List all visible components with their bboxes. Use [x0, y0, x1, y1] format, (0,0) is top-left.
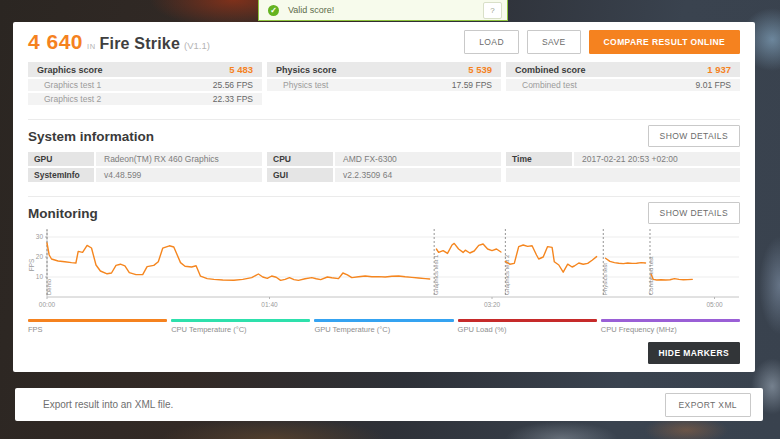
hide-markers-button[interactable]: HIDE MARKERS: [648, 342, 740, 364]
system-info-grid: GPU Radeon(TM) RX 460 Graphics SystemInf…: [28, 152, 740, 182]
monitoring-show-details-button[interactable]: SHOW DETAILS: [648, 202, 740, 224]
export-xml-button[interactable]: EXPORT XML: [665, 393, 751, 417]
score-test-row: Graphics test 1 25.56 FPS: [28, 79, 262, 91]
score-test-row: Physics test 17.59 FPS: [267, 79, 501, 91]
score-test-row: Graphics test 2 22.33 FPS: [28, 93, 262, 105]
help-button[interactable]: ?: [483, 2, 502, 19]
info-row-gui: GUI v2.2.3509 64: [267, 168, 501, 182]
svg-text:20: 20: [36, 253, 44, 260]
svg-text:05:00: 05:00: [706, 301, 723, 308]
score-value: 5 483: [229, 64, 253, 75]
legend-item-fps: FPS: [28, 319, 167, 334]
svg-text:Graphics test 1: Graphics test 1: [433, 254, 439, 295]
page-title: 4 640 IN Fire Strike (V1.1): [28, 30, 210, 54]
legend-item-cpu-frequency: CPU Frequency (MHz): [601, 319, 740, 334]
benchmark-version: (V1.1): [184, 40, 210, 51]
scores-row: Graphics score 5 483 Graphics test 1 25.…: [28, 62, 740, 105]
total-score: 4 640: [28, 30, 83, 54]
score-label: Graphics score: [37, 65, 103, 75]
section-title: System information: [28, 129, 154, 144]
system-information-header: System information SHOW DETAILS: [28, 120, 740, 152]
graphics-score-panel: Graphics score 5 483 Graphics test 1 25.…: [28, 62, 262, 105]
notification-text: Valid score!: [288, 5, 483, 15]
svg-text:01:40: 01:40: [261, 301, 278, 308]
chart-legend: FPS CPU Temperature (°C) GPU Temperature…: [28, 319, 740, 334]
svg-text:03:20: 03:20: [484, 301, 501, 308]
load-button[interactable]: LOAD: [464, 30, 519, 54]
svg-text:Demo: Demo: [46, 278, 52, 295]
legend-swatch: [458, 319, 597, 322]
export-bar: Export result into an XML file. EXPORT X…: [15, 388, 763, 421]
system-info-show-details-button[interactable]: SHOW DETAILS: [648, 125, 740, 147]
legend-swatch: [28, 319, 167, 322]
svg-text:FPS: FPS: [28, 258, 35, 271]
result-header: 4 640 IN Fire Strike (V1.1) LOAD SAVE CO…: [28, 22, 740, 62]
info-row-gpu: GPU Radeon(TM) RX 460 Graphics: [28, 152, 262, 166]
valid-score-notification: ✓ Valid score! ?: [258, 0, 508, 21]
monitoring-chart: 102030FPS00:0001:4003:2005:00DemoGraphic…: [28, 229, 740, 313]
monitoring-header: Monitoring SHOW DETAILS: [28, 197, 740, 229]
svg-text:30: 30: [36, 233, 44, 240]
svg-text:Physics test: Physics test: [602, 263, 608, 295]
svg-text:00:00: 00:00: [39, 301, 56, 308]
save-button[interactable]: SAVE: [527, 30, 581, 54]
section-title: Monitoring: [28, 206, 98, 221]
legend-item-gpu-temperature: GPU Temperature (°C): [314, 319, 453, 334]
info-row-cpu: CPU AMD FX-6300: [267, 152, 501, 166]
svg-text:Graphics test 2: Graphics test 2: [504, 254, 510, 295]
info-row-systeminfo: SystemInfo v4.48.599: [28, 168, 262, 182]
legend-swatch: [601, 319, 740, 322]
legend-item-cpu-temperature: CPU Temperature (°C): [171, 319, 310, 334]
legend-item-gpu-load: GPU Load (%): [458, 319, 597, 334]
legend-swatch: [314, 319, 453, 322]
info-row-empty: [506, 168, 740, 182]
legend-swatch: [171, 319, 310, 322]
result-panel: 4 640 IN Fire Strike (V1.1) LOAD SAVE CO…: [13, 22, 755, 372]
combined-score-panel: Combined score 1 937 Combined test 9.01 …: [506, 62, 740, 105]
score-value: 1 937: [707, 64, 731, 75]
physics-score-panel: Physics score 5 539 Physics test 17.59 F…: [267, 62, 501, 105]
score-label: Physics score: [276, 65, 337, 75]
benchmark-name: Fire Strike: [100, 35, 180, 53]
check-icon: ✓: [268, 5, 279, 16]
score-value: 5 539: [468, 64, 492, 75]
score-test-row: Combined test 9.01 FPS: [506, 79, 740, 91]
info-row-time: Time 2017-02-21 20:53 +02:00: [506, 152, 740, 166]
export-description: Export result into an XML file.: [43, 399, 173, 410]
compare-result-online-button[interactable]: COMPARE RESULT ONLINE: [589, 30, 740, 54]
svg-text:10: 10: [36, 273, 44, 280]
fps-line-chart: 102030FPS00:0001:4003:2005:00DemoGraphic…: [28, 229, 740, 313]
in-label: IN: [87, 42, 96, 51]
score-label: Combined score: [515, 65, 586, 75]
